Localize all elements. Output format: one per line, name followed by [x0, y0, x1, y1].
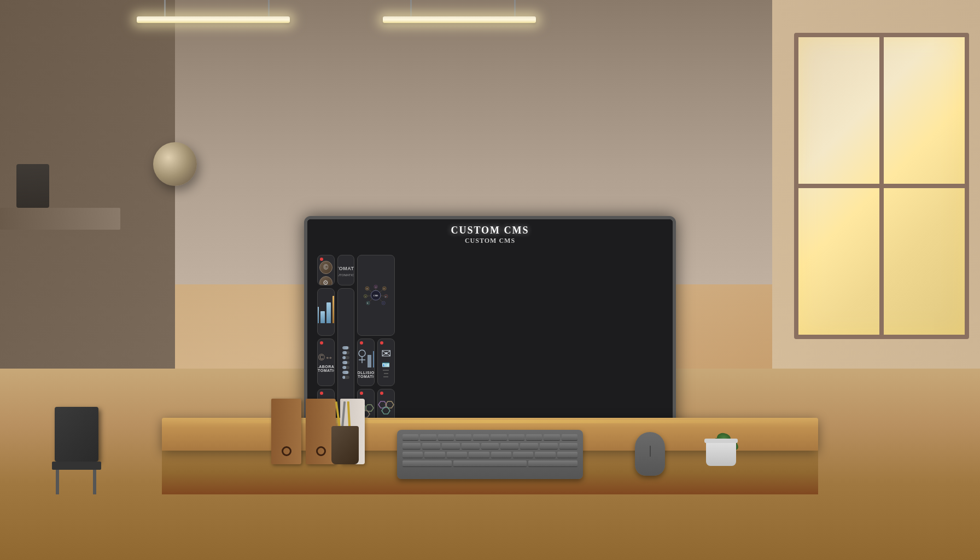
red-dot-collision	[360, 341, 363, 345]
progress-fill-5	[342, 366, 346, 369]
spacebar-center	[453, 460, 527, 467]
key	[469, 452, 489, 458]
key	[526, 434, 542, 441]
progress-bar-5	[342, 366, 350, 369]
network-diagram: CMS ⚙ ✉ ♦ 🔗 ◉	[362, 260, 389, 331]
key	[491, 434, 506, 441]
light-hanger	[268, 0, 270, 16]
analytics-hex-svg	[377, 399, 395, 421]
email-line-3	[383, 376, 389, 377]
key	[540, 443, 558, 450]
chart-bars	[317, 301, 335, 323]
red-dot-email	[380, 341, 383, 345]
keyboard	[397, 430, 583, 479]
progress-bar-3	[342, 356, 350, 359]
cell-email[interactable]: ✉ 🪪	[377, 339, 395, 386]
progress-fill-4	[342, 361, 348, 364]
key-row-1	[402, 434, 578, 441]
key	[544, 434, 559, 441]
key-row-4	[402, 460, 578, 467]
cms-subtitle: CUSTOM CMS	[465, 237, 515, 245]
svg-rect-28	[368, 355, 371, 368]
light-hanger	[514, 0, 516, 16]
collaboration-automation-label: COLLABORATION AUTOMATION	[317, 365, 335, 372]
icon-row-profile: © ⚙ ◎	[318, 260, 334, 286]
bar-3	[320, 311, 325, 323]
custom-label: CUSTOM	[317, 255, 335, 255]
progress-fill-1	[342, 346, 348, 349]
progress-bar-6	[342, 371, 350, 374]
email-line-1	[383, 370, 389, 371]
automation-label: AUTOMATION	[337, 266, 355, 271]
bar-5	[332, 296, 334, 323]
decorative-sphere	[153, 142, 197, 186]
key	[420, 434, 436, 441]
key	[491, 452, 511, 458]
key	[509, 434, 524, 441]
cell-collision-automation[interactable]: COLLISION AUTOMATION	[357, 339, 375, 386]
red-dot-gear	[320, 392, 323, 395]
window-right	[794, 33, 969, 339]
progress-fill-6	[342, 371, 349, 374]
key	[481, 443, 499, 450]
email-line-2	[384, 373, 388, 374]
ceiling-light-1	[137, 16, 290, 23]
bar-2	[317, 307, 319, 323]
progress-bar-4	[342, 361, 350, 364]
icon-c: ©	[319, 261, 332, 274]
pencil-cup	[331, 426, 359, 464]
light-hanger	[410, 0, 412, 16]
spacebar-right	[528, 460, 578, 467]
binder-brown-1	[271, 399, 301, 464]
progress-fill-3	[342, 356, 346, 359]
collab-icon: ©↔	[318, 353, 334, 363]
id-icon: 🪪	[382, 361, 390, 369]
light-hanger	[164, 0, 166, 16]
key	[424, 452, 445, 458]
bar-chart-icon	[357, 347, 375, 369]
plant-pot	[706, 441, 736, 466]
key	[513, 452, 533, 458]
cell-collaboration-automation[interactable]: ©↔ COLLABORATION AUTOMATION	[317, 339, 335, 386]
key	[447, 452, 467, 458]
cell-profile[interactable]: 👤 CUSTOM © ⚙ ◎	[317, 255, 335, 285]
cell-automation-text[interactable]: AUTOMATION AUTOMATION	[337, 255, 355, 285]
key	[422, 443, 440, 450]
cup-body	[331, 426, 359, 464]
key	[456, 434, 471, 441]
key-row-3	[402, 452, 578, 458]
key	[557, 452, 578, 458]
key	[442, 443, 460, 450]
key	[559, 443, 578, 450]
right-wall	[772, 0, 980, 383]
collision-automation-label: COLLISION AUTOMATION	[357, 371, 375, 378]
window-divider-horizontal	[798, 184, 965, 188]
background-office-chair	[44, 385, 153, 494]
background-chair	[16, 164, 49, 208]
binder-ring-1	[282, 446, 291, 456]
chair-leg-2	[93, 470, 96, 494]
cell-analytics-chart[interactable]	[317, 288, 335, 336]
spacebar	[402, 460, 452, 467]
chair-back	[55, 407, 98, 462]
chair-seat	[52, 462, 101, 470]
cms-main-title: CUSTOM CMS	[451, 225, 529, 236]
progress-bar-2	[342, 351, 350, 354]
key	[402, 443, 421, 450]
key	[562, 434, 578, 441]
background-table	[0, 208, 120, 230]
icon-2: ⚙	[319, 276, 332, 286]
key	[462, 443, 480, 450]
mouse	[635, 432, 665, 476]
key	[535, 452, 555, 458]
svg-rect-24	[357, 358, 358, 368]
red-dot-collab	[320, 341, 323, 345]
progress-bar-7	[342, 376, 350, 379]
ceiling-light-2	[383, 16, 536, 23]
progress-fill-2	[342, 351, 347, 354]
cell-cms-network[interactable]: CMS ⚙ ✉ ♦ 🔗 ◉	[357, 255, 394, 336]
key	[500, 443, 518, 450]
red-dot-indicator	[320, 258, 323, 261]
envelope-icon: ✉	[381, 347, 391, 361]
key	[402, 434, 418, 441]
